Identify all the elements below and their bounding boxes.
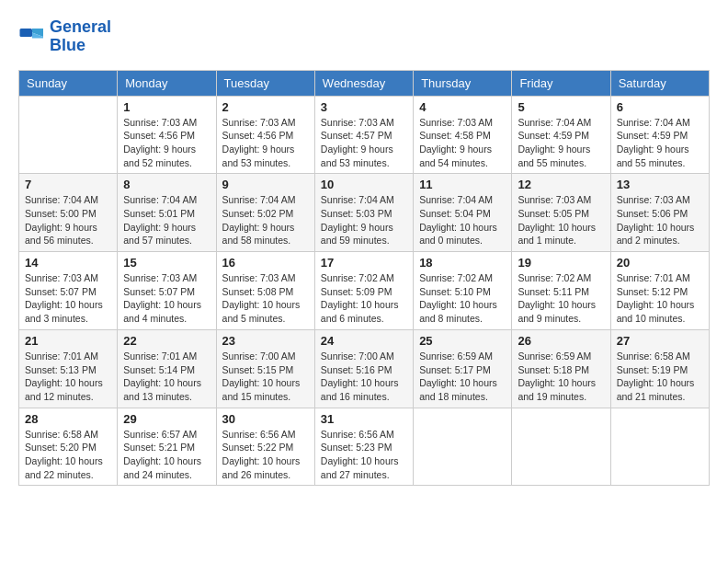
- logo-text: General Blue: [50, 18, 111, 55]
- day-cell: 24Sunrise: 7:00 AMSunset: 5:16 PMDayligh…: [314, 329, 413, 408]
- day-cell: 28Sunrise: 6:58 AMSunset: 5:20 PMDayligh…: [19, 408, 118, 486]
- day-cell: [19, 96, 118, 174]
- day-number: 14: [25, 256, 111, 270]
- day-number: 26: [518, 334, 604, 348]
- day-number: 30: [222, 412, 309, 426]
- week-row-1: 1Sunrise: 7:03 AMSunset: 4:56 PMDaylight…: [19, 96, 710, 174]
- day-cell: 23Sunrise: 7:00 AMSunset: 5:15 PMDayligh…: [216, 329, 314, 408]
- day-cell: 11Sunrise: 7:04 AMSunset: 5:04 PMDayligh…: [414, 174, 512, 252]
- column-header-friday: Friday: [512, 70, 610, 96]
- day-info: Sunrise: 7:04 AMSunset: 5:01 PMDaylight:…: [123, 193, 210, 247]
- day-info: Sunrise: 6:59 AMSunset: 5:17 PMDaylight:…: [419, 350, 506, 404]
- day-cell: 31Sunrise: 6:56 AMSunset: 5:23 PMDayligh…: [314, 408, 413, 486]
- day-number: 16: [222, 256, 309, 270]
- day-number: 8: [123, 178, 210, 191]
- day-number: 2: [222, 100, 309, 114]
- day-cell: 5Sunrise: 7:04 AMSunset: 4:59 PMDaylight…: [512, 96, 610, 174]
- day-info: Sunrise: 7:04 AMSunset: 5:02 PMDaylight:…: [222, 193, 309, 247]
- day-number: 4: [419, 100, 506, 114]
- day-info: Sunrise: 7:03 AMSunset: 5:06 PMDaylight:…: [617, 193, 703, 247]
- day-number: 21: [25, 334, 111, 348]
- day-info: Sunrise: 6:58 AMSunset: 5:20 PMDaylight:…: [25, 428, 111, 482]
- day-number: 23: [222, 334, 309, 348]
- day-info: Sunrise: 7:02 AMSunset: 5:11 PMDaylight:…: [518, 271, 604, 326]
- column-header-sunday: Sunday: [19, 70, 118, 96]
- column-header-thursday: Thursday: [414, 70, 512, 96]
- day-info: Sunrise: 7:04 AMSunset: 4:59 PMDaylight:…: [617, 116, 703, 170]
- day-info: Sunrise: 6:57 AMSunset: 5:21 PMDaylight:…: [123, 428, 210, 482]
- day-info: Sunrise: 7:04 AMSunset: 4:59 PMDaylight:…: [518, 116, 604, 170]
- day-cell: 14Sunrise: 7:03 AMSunset: 5:07 PMDayligh…: [19, 252, 118, 330]
- day-info: Sunrise: 7:04 AMSunset: 5:04 PMDaylight:…: [419, 193, 506, 247]
- day-cell: 21Sunrise: 7:01 AMSunset: 5:13 PMDayligh…: [19, 329, 118, 408]
- logo-icon: [18, 23, 46, 51]
- day-cell: 16Sunrise: 7:03 AMSunset: 5:08 PMDayligh…: [216, 252, 314, 330]
- day-info: Sunrise: 7:00 AMSunset: 5:16 PMDaylight:…: [321, 350, 407, 404]
- day-info: Sunrise: 7:04 AMSunset: 5:00 PMDaylight:…: [25, 193, 111, 247]
- day-number: 29: [123, 412, 210, 426]
- calendar-header-row: SundayMondayTuesdayWednesdayThursdayFrid…: [19, 70, 710, 96]
- day-cell: 3Sunrise: 7:03 AMSunset: 4:57 PMDaylight…: [314, 96, 413, 174]
- calendar: SundayMondayTuesdayWednesdayThursdayFrid…: [18, 70, 710, 487]
- week-row-5: 28Sunrise: 6:58 AMSunset: 5:20 PMDayligh…: [19, 408, 710, 486]
- day-info: Sunrise: 7:03 AMSunset: 4:57 PMDaylight:…: [321, 116, 407, 170]
- day-info: Sunrise: 7:03 AMSunset: 4:56 PMDaylight:…: [222, 116, 309, 170]
- day-number: 9: [222, 178, 309, 191]
- day-info: Sunrise: 6:56 AMSunset: 5:23 PMDaylight:…: [321, 428, 407, 482]
- day-cell: 13Sunrise: 7:03 AMSunset: 5:06 PMDayligh…: [610, 174, 709, 252]
- day-cell: 29Sunrise: 6:57 AMSunset: 5:21 PMDayligh…: [118, 408, 216, 486]
- day-cell: 26Sunrise: 6:59 AMSunset: 5:18 PMDayligh…: [512, 329, 610, 408]
- day-cell: 20Sunrise: 7:01 AMSunset: 5:12 PMDayligh…: [610, 252, 709, 330]
- day-cell: 15Sunrise: 7:03 AMSunset: 5:07 PMDayligh…: [118, 252, 216, 330]
- page-header: General Blue: [18, 18, 710, 55]
- day-info: Sunrise: 7:03 AMSunset: 5:08 PMDaylight:…: [222, 271, 309, 326]
- day-info: Sunrise: 6:59 AMSunset: 5:18 PMDaylight:…: [518, 350, 604, 404]
- day-number: 17: [321, 256, 407, 270]
- day-number: 28: [25, 412, 111, 426]
- week-row-2: 7Sunrise: 7:04 AMSunset: 5:00 PMDaylight…: [19, 174, 710, 252]
- day-cell: 9Sunrise: 7:04 AMSunset: 5:02 PMDaylight…: [216, 174, 314, 252]
- day-cell: [512, 408, 610, 486]
- day-number: 20: [617, 256, 703, 270]
- day-number: 24: [321, 334, 407, 348]
- day-info: Sunrise: 6:56 AMSunset: 5:22 PMDaylight:…: [222, 428, 309, 482]
- day-cell: 12Sunrise: 7:03 AMSunset: 5:05 PMDayligh…: [512, 174, 610, 252]
- day-cell: [610, 408, 709, 486]
- day-cell: 22Sunrise: 7:01 AMSunset: 5:14 PMDayligh…: [118, 329, 216, 408]
- day-number: 11: [419, 178, 506, 191]
- day-info: Sunrise: 7:02 AMSunset: 5:10 PMDaylight:…: [419, 271, 506, 326]
- day-number: 22: [123, 334, 210, 348]
- day-number: 27: [617, 334, 703, 348]
- day-cell: 10Sunrise: 7:04 AMSunset: 5:03 PMDayligh…: [314, 174, 413, 252]
- week-row-3: 14Sunrise: 7:03 AMSunset: 5:07 PMDayligh…: [19, 252, 710, 330]
- day-cell: 2Sunrise: 7:03 AMSunset: 4:56 PMDaylight…: [216, 96, 314, 174]
- day-info: Sunrise: 7:03 AMSunset: 4:56 PMDaylight:…: [123, 116, 210, 170]
- day-cell: 4Sunrise: 7:03 AMSunset: 4:58 PMDaylight…: [414, 96, 512, 174]
- day-info: Sunrise: 7:01 AMSunset: 5:12 PMDaylight:…: [617, 271, 703, 326]
- day-info: Sunrise: 7:03 AMSunset: 4:58 PMDaylight:…: [419, 116, 506, 170]
- logo: General Blue: [18, 18, 111, 55]
- column-header-tuesday: Tuesday: [216, 70, 314, 96]
- day-info: Sunrise: 6:58 AMSunset: 5:19 PMDaylight:…: [617, 350, 703, 404]
- day-number: 10: [321, 178, 407, 191]
- day-number: 12: [518, 178, 604, 191]
- day-cell: 30Sunrise: 6:56 AMSunset: 5:22 PMDayligh…: [216, 408, 314, 486]
- day-number: 1: [123, 100, 210, 114]
- day-number: 31: [321, 412, 407, 426]
- day-cell: 7Sunrise: 7:04 AMSunset: 5:00 PMDaylight…: [19, 174, 118, 252]
- day-number: 19: [518, 256, 604, 270]
- day-number: 7: [25, 178, 111, 191]
- day-number: 3: [321, 100, 407, 114]
- day-number: 13: [617, 178, 703, 191]
- day-number: 18: [419, 256, 506, 270]
- day-info: Sunrise: 7:03 AMSunset: 5:05 PMDaylight:…: [518, 193, 604, 247]
- svg-rect-0: [20, 29, 33, 37]
- day-cell: [414, 408, 512, 486]
- day-info: Sunrise: 7:01 AMSunset: 5:13 PMDaylight:…: [25, 350, 111, 404]
- day-cell: 25Sunrise: 6:59 AMSunset: 5:17 PMDayligh…: [414, 329, 512, 408]
- day-number: 15: [123, 256, 210, 270]
- day-cell: 1Sunrise: 7:03 AMSunset: 4:56 PMDaylight…: [118, 96, 216, 174]
- day-cell: 19Sunrise: 7:02 AMSunset: 5:11 PMDayligh…: [512, 252, 610, 330]
- column-header-wednesday: Wednesday: [314, 70, 413, 96]
- day-cell: 6Sunrise: 7:04 AMSunset: 4:59 PMDaylight…: [610, 96, 709, 174]
